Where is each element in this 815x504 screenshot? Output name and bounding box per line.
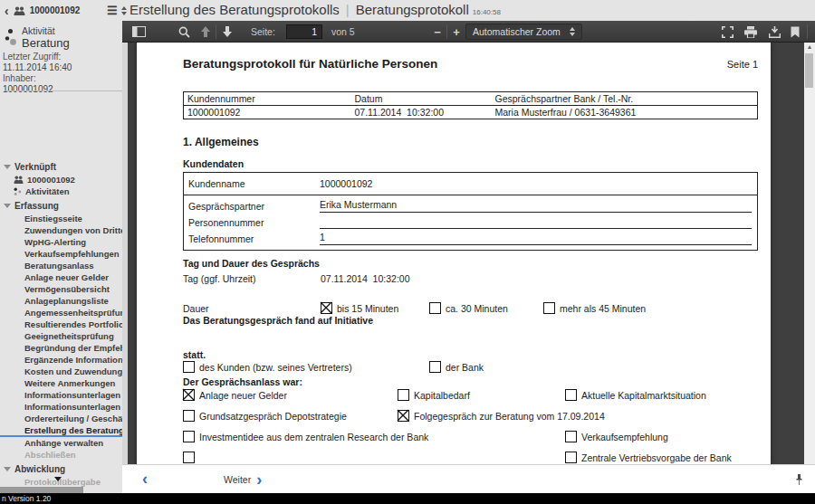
zoom-out-icon[interactable]: − [430,21,445,43]
checkbox-unchecked-icon [398,389,409,401]
page-number-input[interactable] [286,24,322,39]
sidebar-item-label: Beratungsanlass [24,260,94,271]
checkbox-label: Folgegespräch zur Beratung vom 17.09.201… [414,411,605,422]
page-total-label: von 5 [331,21,355,43]
checkbox-option: Verkaufsempfehlung [565,431,668,442]
sidebar-item-label: Zuwendungen von Dritten [24,224,122,236]
sidebar-item-label: Kosten und Zuwendungen [24,366,122,377]
sidebar-item-verm-gens-bersicht[interactable]: Vermögensübersicht [0,283,122,295]
sidebar-item-1000001092[interactable]: 1000001092 [0,174,122,185]
checkbox-unchecked-icon [429,361,441,373]
previous-step-icon[interactable]: ‹ [142,465,148,492]
more-tools-icon[interactable]: » [810,21,815,43]
section-heading: Der Gesprächsanlass war: [183,376,758,387]
field-label: Personennummer [188,214,264,231]
sidebar-item-einstiegsseite[interactable]: Einstiegsseite [0,213,122,224]
checkbox-unchecked-icon [565,389,577,401]
toggle-sidebar-icon[interactable] [129,21,149,43]
checkbox-label: Anlage neuer Gelder [199,390,287,401]
sidebar-item-angemessenheitspr-fung[interactable]: Angemessenheitsprüfung [0,307,122,319]
checkbox-option: Anlage neuer Gelder [183,389,287,401]
sidebar-item-anlageplanungsliste[interactable]: Anlageplanungsliste [0,295,122,307]
checkbox-option: Aktuelle Kapitalmarktsituation [565,389,706,401]
version-bar: n Version 1.20 [0,493,815,504]
presentation-mode-icon[interactable] [718,21,736,43]
back-icon[interactable]: ‹ [5,2,9,20]
checkbox-label: Zentrale Vertriebsvorgabe der Bank [581,452,732,463]
bookmark-icon[interactable] [787,21,803,43]
sidebar-item-informationsunterlagen-zu[interactable]: Informationsunterlagen zu ... [0,401,122,413]
field-label: Gesprächspartner [188,198,264,214]
checkbox-unchecked-icon [565,452,577,463]
section-label: Abwicklung [14,464,65,474]
sidebar-item-anlage-neuer-gelder[interactable]: Anlage neuer Gelder [0,271,122,283]
zoom-select[interactable]: Automatischer Zoom [465,24,582,40]
customer-context[interactable]: ‹ 1000001092 [5,0,80,21]
checkbox-unchecked-icon [183,431,195,442]
sidebar-item-label: Begründung der Empfehlu... [24,342,122,354]
sidebar-item-label: Anhänge verwalten [24,437,103,449]
sidebar-section-header[interactable]: Abwicklung [0,462,122,476]
sidebar-item-ordererteilung-gesch-fts[interactable]: Ordererteilung / Geschäfts... [0,413,122,424]
menu-icon[interactable]: ☰ [107,4,118,17]
section-heading: 1. Allgemeines [183,136,758,148]
checkbox-option: bis 15 Minuten [321,302,398,314]
sidebar-item-informationsunterlagen-zu[interactable]: Informationsunterlagen zu ... [0,389,122,401]
expand-collapse-icon[interactable] [121,6,127,15]
checkbox-label: Verkaufsempfehlung [581,432,668,442]
next-page-icon[interactable] [218,21,236,43]
form-field-row: Personennummer [184,214,757,231]
collapse-triangle-icon [4,204,11,208]
checkbox-option [183,452,199,463]
info-col-header: Datum [351,92,492,106]
print-icon[interactable] [742,21,760,43]
download-icon[interactable] [765,21,783,43]
sidebar-item-label: 1000001092 [27,174,75,185]
zoom-in-icon[interactable]: + [449,21,464,43]
scrollbar-thumb[interactable] [805,53,813,88]
checkbox-label: Kapitalbedarf [414,390,470,401]
section-heading: Das Beratungsgespräch fand auf Initiativ… [183,315,758,326]
sidebar-item-geeignetheitspr-fung[interactable]: Geeignetheitsprüfung [0,330,122,342]
owner-label: Inhaber: [3,73,53,84]
sidebar-item-erg-nzende-informationen[interactable]: Ergänzende Informationen [0,354,122,366]
next-step-button[interactable]: Weiter › [224,465,262,494]
sidebar-section-header[interactable]: Erfassung [0,199,122,213]
last-access-value: 11.11.2014 16:40 [3,62,72,72]
pin-icon[interactable] [795,473,803,490]
search-icon[interactable] [175,21,193,43]
customer-id: 1000001092 [30,5,81,15]
checkbox-row: Zentrale Vertriebsvorgabe der Bank [183,452,758,464]
sidebar-item-anh-nge-verwalten[interactable]: Anhänge verwalten [0,437,122,449]
form-field-row: Kundenname1000001092 [184,175,757,195]
sidebar-item-erstellung-des-beratungspr[interactable]: Erstellung des Beratungspr... [0,424,122,437]
sidebar-item-resultierendes-portfolio[interactable]: Resultierendes Portfolio [0,319,122,330]
checkbox-option: Folgegespräch zur Beratung vom 17.09.201… [398,410,605,422]
checkbox-unchecked-icon [565,431,577,442]
checkbox-row: Investmentidee aus dem zentralen Researc… [183,431,758,452]
pdf-viewer-panel: Seite: von 5 − + Automatischer Zoom » Be… [122,21,815,493]
sidebar-item-weitere-anmerkungen[interactable]: Weitere Anmerkungen [0,377,122,389]
sidebar-section-header[interactable]: Verknüpft [0,160,122,174]
sidebar-divider [5,90,122,91]
previous-page-icon[interactable] [197,21,215,43]
scroll-up-icon[interactable]: ▲ [804,43,815,50]
sidebar-item-beratungsanlass[interactable]: Beratungsanlass [0,260,122,271]
section-label: Erfassung [14,201,59,211]
vertical-scrollbar[interactable]: ▲ [804,43,815,464]
checkbox-option: Zentrale Vertriebsvorgabe der Bank [565,452,732,463]
sidebar-item-verkaufsempfehlungen[interactable]: Verkaufsempfehlungen [0,248,122,260]
sidebar-item-aktivit-ten[interactable]: Aktivitäten [0,185,122,197]
checkbox-unchecked-icon [429,302,441,314]
sidebar-item-wphg-alerting[interactable]: WpHG-Alerting [0,236,122,248]
checkbox-option: mehr als 45 Minuten [543,302,646,314]
sidebar-item-zuwendungen-von-dritten[interactable]: Zuwendungen von Dritten [0,224,122,236]
customer-data-table: Kundenname1000001092GesprächspartnerErik… [183,172,758,251]
sidebar-item-kosten-und-zuwendungen[interactable]: Kosten und Zuwendungen [0,366,122,377]
sidebar-horizontal-scrollbar[interactable] [0,487,83,493]
field-value: Erika Mustermann [320,198,752,213]
section-label: Verknüpft [14,162,56,172]
sidebar-item-begr-ndung-der-empfehlu[interactable]: Begründung der Empfehlu... [0,342,122,354]
checkbox-checked-icon [398,410,409,422]
last-access: Letzter Zugriff: 11.11.2014 16:40 [3,52,72,72]
